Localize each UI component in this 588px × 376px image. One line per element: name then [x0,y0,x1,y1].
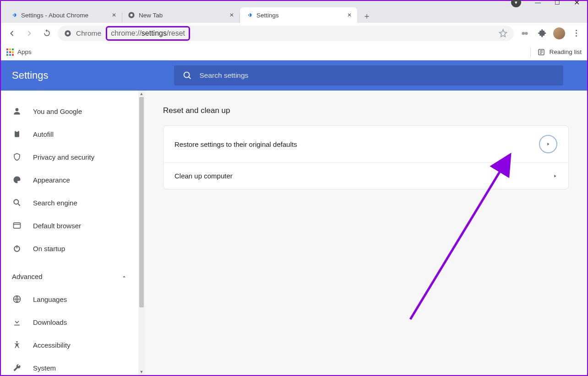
svg-point-15 [16,341,17,343]
row-restore-defaults[interactable]: Restore settings to their original defau… [163,126,568,162]
tab-title: New Tab [139,12,226,19]
settings-title: Settings [12,70,49,81]
svg-point-3 [66,32,69,34]
maximize-button[interactable]: ☐ [555,0,560,6]
reload-button[interactable] [40,27,53,40]
shield-icon [12,152,22,162]
omnibox[interactable]: Chrome chrome://settings/reset [58,26,514,41]
scroll-down-icon[interactable]: ▼ [138,369,145,375]
close-icon[interactable]: ✕ [112,12,116,18]
svg-point-8 [16,108,19,111]
omnibox-url-highlighted: chrome://settings/reset [106,26,190,41]
sidebar-item-privacy[interactable]: Privacy and security [1,145,138,168]
sidebar-item-appearance[interactable]: Appearance [1,168,138,191]
minimize-button[interactable]: — [535,0,541,6]
browser-icon [12,220,22,231]
new-tab-button[interactable]: ＋ [360,9,374,23]
svg-point-5 [525,32,528,35]
menu-button[interactable] [570,27,583,40]
settings-search-input[interactable] [200,71,555,80]
search-icon [12,198,22,208]
page-heading: Reset and clean up [163,106,569,115]
extensions-icon[interactable] [536,27,549,40]
clipboard-icon [12,129,22,139]
reset-card: Restore settings to their original defau… [163,125,569,189]
settings-header: Settings [1,60,587,91]
person-icon [12,106,22,116]
sidebar-item-label: System [33,364,56,372]
tab-new-tab[interactable]: New Tab ✕ [122,7,240,23]
sidebar-item-label: Default browser [33,222,81,230]
sidebar-item-default-browser[interactable]: Default browser [1,214,138,237]
row-label: Clean up computer [174,172,233,180]
settings-sidebar: You and Google Autofill Privacy and secu… [1,91,138,375]
sidebar-item-label: Accessibility [33,341,71,349]
sidebar-advanced-toggle[interactable]: Advanced [1,265,138,288]
apps-shortcut[interactable]: Apps [6,48,32,56]
sidebar-item-label: You and Google [33,107,82,115]
sidebar-item-accessibility[interactable]: Accessibility [1,333,138,356]
tab-title: Settings - About Chrome [21,12,108,19]
tab-settings-about[interactable]: Settings - About Chrome ✕ [5,7,122,23]
sidebar-item-search-engine[interactable]: Search engine [1,191,138,214]
row-action-highlight [539,135,557,153]
settings-app: Settings You and Google Autofill Privacy… [1,60,587,375]
sidebar-item-you-and-google[interactable]: You and Google [1,100,138,123]
advanced-label: Advanced [12,273,43,280]
omnibox-scheme-label: Chrome [76,29,101,38]
reading-list-icon [537,48,545,56]
chevron-right-icon [553,174,557,178]
sidebar-item-autofill[interactable]: Autofill [1,123,138,145]
apps-label: Apps [17,48,32,55]
back-button[interactable] [5,27,18,40]
row-clean-up-computer[interactable]: Clean up computer [163,162,568,189]
chevron-right-icon [546,142,550,146]
sidebar-scrollbar[interactable]: ▲ ▼ [138,91,145,375]
chrome-icon [128,11,135,19]
close-window-button[interactable]: ✕ [574,0,580,7]
svg-rect-12 [14,223,21,228]
power-icon [12,243,22,253]
scroll-thumb[interactable] [139,97,144,307]
svg-point-1 [130,14,132,16]
settings-search[interactable] [174,65,563,86]
row-label: Restore settings to their original defau… [174,140,297,148]
globe-icon [12,294,22,304]
link-icon[interactable] [518,27,531,40]
svg-rect-9 [15,131,19,137]
tab-strip: Settings - About Chrome ✕ New Tab ✕ Sett… [1,5,587,23]
close-icon[interactable]: ✕ [347,12,352,18]
site-info-icon[interactable] [64,30,71,37]
sidebar-item-downloads[interactable]: Downloads [1,311,138,333]
profile-avatar[interactable] [553,27,565,39]
tab-title: Settings [256,12,343,19]
address-bar: Chrome chrome://settings/reset [1,23,587,44]
forward-button[interactable] [23,27,36,40]
svg-point-7 [184,72,189,78]
tab-settings[interactable]: Settings ✕ [240,7,357,23]
reading-list-label: Reading list [549,48,582,55]
reading-list-button[interactable]: Reading list [537,48,582,56]
sidebar-item-label: Autofill [33,130,54,138]
sidebar-item-label: Privacy and security [33,153,94,161]
sidebar-item-label: Downloads [33,318,67,326]
star-icon[interactable] [499,29,507,38]
download-icon [12,317,22,327]
sidebar-item-system[interactable]: System [1,356,138,375]
gear-icon [245,11,253,19]
scroll-up-icon[interactable]: ▲ [138,91,145,97]
sidebar-item-label: Appearance [33,176,70,184]
gear-icon [10,11,17,19]
sidebar-item-label: Search engine [33,199,77,207]
palette-icon [12,175,22,185]
accessibility-icon [12,340,22,350]
close-icon[interactable]: ✕ [229,12,234,18]
settings-page: Reset and clean up Restore settings to t… [145,91,587,375]
sidebar-item-on-startup[interactable]: On startup [1,237,138,260]
wrench-icon [12,363,22,373]
svg-point-4 [522,32,525,35]
sidebar-item-label: On startup [33,245,65,252]
sidebar-item-languages[interactable]: Languages [1,288,138,311]
tab-search-icon[interactable]: ▾ [511,0,521,7]
search-icon [182,70,192,81]
